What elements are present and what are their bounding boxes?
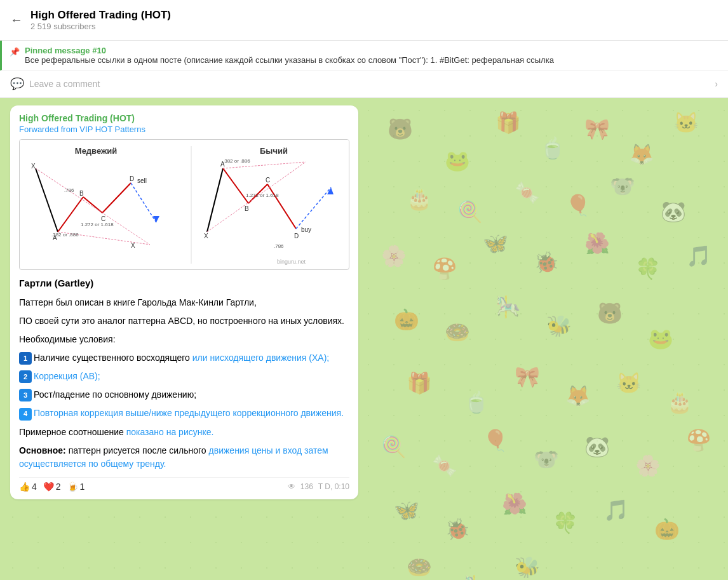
svg-text:1.272 or 1.618: 1.272 or 1.618 (246, 192, 279, 198)
thumbsup-count: 4 (32, 482, 37, 492)
pinned-text: Все реферальные ссылки в одном посте (оп… (25, 55, 554, 65)
svg-text:sell: sell (137, 177, 147, 184)
message-timestamp: T D, 0:10 (318, 482, 349, 491)
svg-text:binguru.net: binguru.net (277, 259, 306, 265)
message-para-3: Необходимые условия: (19, 333, 349, 346)
beer-count: 1 (80, 482, 85, 492)
header: ← High Offered Trading (HOT) 2 519 subsc… (0, 0, 728, 41)
message-condition-3: 3Рост/падение по основному движению; (19, 388, 349, 401)
channel-info: High Offered Trading (HOT) 2 519 subscri… (30, 9, 171, 31)
svg-text:buy: buy (301, 226, 311, 233)
message-condition-1: 1Наличие существенного восходящего или н… (19, 351, 349, 365)
pinned-message-bar[interactable]: 📌 Pinned message #10 Все реферальные ссы… (0, 41, 728, 71)
channel-title: High Offered Trading (HOT) (30, 9, 171, 22)
message-text: Гартли (Gartley) Паттерн был описан в кн… (19, 276, 349, 471)
message-bubble: High Offered Trading (HOT) Forwarded fro… (10, 105, 358, 499)
chat-container: High Offered Trading (HOT) Forwarded fro… (0, 98, 368, 580)
back-button[interactable]: ← (10, 13, 23, 27)
badge-2: 2 (19, 370, 32, 383)
reaction-beer[interactable]: 🍺 1 (67, 482, 85, 492)
svg-text:X: X (131, 242, 135, 249)
gartley-chart-svg: Медвежий Бычий X A B (20, 140, 349, 267)
beer-emoji: 🍺 (67, 482, 78, 492)
message-para-4: Примерное соотношение показано на рисунк… (19, 426, 349, 439)
svg-text:C: C (266, 177, 270, 184)
heart-emoji: ❤️ (43, 482, 54, 492)
reactions-container: 👍 4 ❤️ 2 🍺 1 (19, 482, 84, 492)
message-heading: Гартли (Gartley) (19, 276, 349, 291)
svg-text:1.272 or 1.618: 1.272 or 1.618 (81, 222, 114, 227)
message-meta: 👁 136 T D, 0:10 (288, 482, 349, 491)
badge-3: 3 (19, 389, 32, 401)
message-condition-4: 4Повторная коррекция выше/ниже предыдуще… (19, 407, 349, 420)
reaction-thumbsup[interactable]: 👍 4 (19, 482, 37, 492)
badge-4: 4 (19, 408, 32, 421)
badge-1: 1 (19, 352, 32, 365)
comment-placeholder[interactable]: Leave a comment (29, 79, 100, 89)
reaction-heart[interactable]: ❤️ 2 (43, 482, 61, 492)
svg-text:B: B (79, 190, 84, 197)
svg-rect-0 (20, 140, 349, 267)
svg-text:X: X (31, 163, 36, 170)
comment-icon: 💬 (10, 77, 24, 91)
message-footer: 👍 4 ❤️ 2 🍺 1 👁 136 T D, 0:10 (19, 477, 349, 492)
message-condition-2: 2Коррекция (АВ); (19, 370, 349, 383)
message-forwarded: Forwarded from VIP HOT Patterns (19, 125, 349, 134)
svg-text:D: D (294, 233, 299, 239)
svg-text:.382 or .886: .382 or .886 (223, 158, 250, 164)
main-area: 🐻 🐸 🎁 🍵 🎀 🦊 🐱 🎂 🍭 🍬 🎈 🐨 🐼 🌸 🍄 🦋 🐞 🌺 🍀 🎵 … (0, 98, 728, 580)
pin-icon: 📌 (10, 47, 20, 57)
message-para-1: Паттерн был описан в книге Гарольда Мак-… (19, 296, 349, 309)
svg-text:Бычий: Бычий (260, 146, 288, 156)
chart-image: Медвежий Бычий X A B (19, 139, 349, 270)
pinned-title: Pinned message #10 (25, 46, 554, 55)
svg-text:.382 or .886: .382 or .886 (51, 232, 79, 238)
thumbsup-emoji: 👍 (19, 482, 30, 492)
heart-count: 2 (56, 482, 61, 492)
message-channel-name: High Offered Trading (HOT) (19, 113, 349, 123)
comment-bar[interactable]: 💬 Leave a comment › (0, 71, 728, 98)
svg-text:D: D (130, 175, 134, 182)
pinned-content: Pinned message #10 Все реферальные ссылк… (25, 46, 554, 65)
comment-arrow-icon: › (715, 79, 718, 89)
view-count: 136 (300, 482, 313, 491)
svg-text:Медвежий: Медвежий (75, 146, 117, 156)
message-para-5: Основное: паттерн рисуется после сильног… (19, 444, 349, 471)
subscriber-count: 2 519 subscribers (30, 22, 171, 31)
svg-text:B: B (245, 205, 249, 212)
views-icon: 👁 (288, 482, 295, 491)
message-para-2: ПО своей сути это аналог паттерна ABCD, … (19, 314, 349, 328)
svg-text:.786: .786 (274, 243, 284, 249)
svg-text:X: X (204, 233, 208, 239)
svg-text:.786: .786 (64, 187, 74, 193)
